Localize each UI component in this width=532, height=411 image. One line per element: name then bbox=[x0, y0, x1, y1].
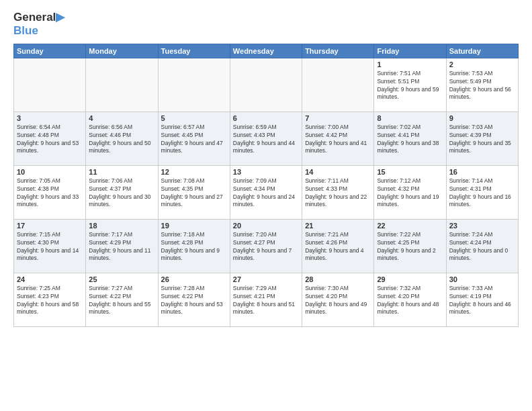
calendar-header-friday: Friday bbox=[374, 44, 446, 58]
calendar-cell: 11Sunrise: 7:06 AM Sunset: 4:37 PM Dayli… bbox=[86, 165, 158, 219]
day-info: Sunrise: 7:06 AM Sunset: 4:37 PM Dayligh… bbox=[89, 177, 154, 210]
calendar-cell bbox=[302, 58, 374, 111]
day-info: Sunrise: 7:30 AM Sunset: 4:20 PM Dayligh… bbox=[305, 285, 371, 317]
calendar-body: 1Sunrise: 7:51 AM Sunset: 5:51 PM Daylig… bbox=[14, 58, 519, 326]
day-number: 27 bbox=[233, 275, 299, 283]
day-number: 25 bbox=[89, 275, 154, 283]
header: General▶ Blue bbox=[13, 11, 519, 38]
calendar-cell: 7Sunrise: 7:00 AM Sunset: 4:42 PM Daylig… bbox=[302, 111, 374, 165]
calendar-cell: 17Sunrise: 7:15 AM Sunset: 4:30 PM Dayli… bbox=[14, 219, 86, 273]
calendar-cell: 25Sunrise: 7:27 AM Sunset: 4:22 PM Dayli… bbox=[86, 273, 158, 326]
day-number: 24 bbox=[17, 275, 83, 283]
calendar-cell: 29Sunrise: 7:32 AM Sunset: 4:20 PM Dayli… bbox=[374, 273, 446, 326]
calendar-cell: 4Sunrise: 6:56 AM Sunset: 4:46 PM Daylig… bbox=[86, 111, 158, 165]
calendar-cell: 24Sunrise: 7:25 AM Sunset: 4:23 PM Dayli… bbox=[14, 273, 86, 326]
day-info: Sunrise: 7:00 AM Sunset: 4:42 PM Dayligh… bbox=[305, 124, 371, 156]
day-number: 13 bbox=[233, 168, 299, 176]
day-info: Sunrise: 7:11 AM Sunset: 4:33 PM Dayligh… bbox=[305, 177, 371, 210]
day-info: Sunrise: 7:08 AM Sunset: 4:35 PM Dayligh… bbox=[161, 177, 227, 210]
day-number: 8 bbox=[377, 114, 443, 122]
calendar-week-2: 3Sunrise: 6:54 AM Sunset: 4:48 PM Daylig… bbox=[14, 111, 519, 165]
day-number: 30 bbox=[449, 275, 515, 283]
day-info: Sunrise: 7:21 AM Sunset: 4:26 PM Dayligh… bbox=[305, 231, 371, 263]
calendar-cell: 10Sunrise: 7:05 AM Sunset: 4:38 PM Dayli… bbox=[14, 165, 86, 219]
calendar-week-5: 24Sunrise: 7:25 AM Sunset: 4:23 PM Dayli… bbox=[14, 273, 519, 326]
calendar-cell: 9Sunrise: 7:03 AM Sunset: 4:39 PM Daylig… bbox=[446, 111, 518, 165]
day-number: 2 bbox=[449, 60, 515, 68]
day-info: Sunrise: 7:51 AM Sunset: 5:51 PM Dayligh… bbox=[377, 70, 443, 102]
day-info: Sunrise: 7:15 AM Sunset: 4:30 PM Dayligh… bbox=[17, 231, 83, 263]
day-number: 26 bbox=[161, 275, 227, 283]
calendar-cell: 12Sunrise: 7:08 AM Sunset: 4:35 PM Dayli… bbox=[158, 165, 230, 219]
calendar-header-thursday: Thursday bbox=[302, 44, 374, 58]
day-number: 14 bbox=[305, 168, 371, 176]
day-number: 3 bbox=[17, 114, 83, 122]
calendar-cell bbox=[86, 58, 158, 111]
day-info: Sunrise: 7:33 AM Sunset: 4:19 PM Dayligh… bbox=[449, 285, 515, 317]
day-info: Sunrise: 7:32 AM Sunset: 4:20 PM Dayligh… bbox=[377, 285, 443, 317]
day-info: Sunrise: 6:56 AM Sunset: 4:46 PM Dayligh… bbox=[89, 124, 154, 156]
day-info: Sunrise: 7:18 AM Sunset: 4:28 PM Dayligh… bbox=[161, 231, 227, 263]
day-info: Sunrise: 6:59 AM Sunset: 4:43 PM Dayligh… bbox=[233, 124, 299, 156]
calendar-cell bbox=[158, 58, 230, 111]
calendar-cell bbox=[230, 58, 302, 111]
calendar-cell: 26Sunrise: 7:28 AM Sunset: 4:22 PM Dayli… bbox=[158, 273, 230, 326]
calendar: SundayMondayTuesdayWednesdayThursdayFrid… bbox=[13, 44, 519, 327]
day-number: 11 bbox=[89, 168, 154, 176]
calendar-header-sunday: Sunday bbox=[14, 44, 86, 58]
day-number: 28 bbox=[305, 275, 371, 283]
day-info: Sunrise: 7:05 AM Sunset: 4:38 PM Dayligh… bbox=[17, 177, 83, 210]
day-info: Sunrise: 7:14 AM Sunset: 4:31 PM Dayligh… bbox=[449, 177, 515, 210]
calendar-cell: 5Sunrise: 6:57 AM Sunset: 4:45 PM Daylig… bbox=[158, 111, 230, 165]
calendar-cell: 21Sunrise: 7:21 AM Sunset: 4:26 PM Dayli… bbox=[302, 219, 374, 273]
day-number: 1 bbox=[377, 60, 443, 68]
day-number: 19 bbox=[161, 222, 227, 230]
day-number: 6 bbox=[233, 114, 299, 122]
calendar-cell: 22Sunrise: 7:22 AM Sunset: 4:25 PM Dayli… bbox=[374, 219, 446, 273]
calendar-cell: 8Sunrise: 7:02 AM Sunset: 4:41 PM Daylig… bbox=[374, 111, 446, 165]
calendar-cell: 18Sunrise: 7:17 AM Sunset: 4:29 PM Dayli… bbox=[86, 219, 158, 273]
calendar-cell: 14Sunrise: 7:11 AM Sunset: 4:33 PM Dayli… bbox=[302, 165, 374, 219]
calendar-cell: 16Sunrise: 7:14 AM Sunset: 4:31 PM Dayli… bbox=[446, 165, 518, 219]
day-number: 15 bbox=[377, 168, 443, 176]
calendar-cell: 15Sunrise: 7:12 AM Sunset: 4:32 PM Dayli… bbox=[374, 165, 446, 219]
day-number: 29 bbox=[377, 275, 443, 283]
day-number: 23 bbox=[449, 222, 515, 230]
day-number: 17 bbox=[17, 222, 83, 230]
day-info: Sunrise: 6:57 AM Sunset: 4:45 PM Dayligh… bbox=[161, 124, 227, 156]
day-info: Sunrise: 7:28 AM Sunset: 4:22 PM Dayligh… bbox=[161, 285, 227, 317]
calendar-cell bbox=[14, 58, 86, 111]
day-number: 7 bbox=[305, 114, 371, 122]
day-number: 22 bbox=[377, 222, 443, 230]
logo: General▶ Blue bbox=[13, 11, 64, 38]
day-info: Sunrise: 7:03 AM Sunset: 4:39 PM Dayligh… bbox=[449, 124, 515, 156]
calendar-cell: 6Sunrise: 6:59 AM Sunset: 4:43 PM Daylig… bbox=[230, 111, 302, 165]
day-number: 10 bbox=[17, 168, 83, 176]
calendar-week-1: 1Sunrise: 7:51 AM Sunset: 5:51 PM Daylig… bbox=[14, 58, 519, 111]
calendar-header-row: SundayMondayTuesdayWednesdayThursdayFrid… bbox=[14, 44, 519, 58]
calendar-week-4: 17Sunrise: 7:15 AM Sunset: 4:30 PM Dayli… bbox=[14, 219, 519, 273]
day-number: 12 bbox=[161, 168, 227, 176]
day-info: Sunrise: 7:09 AM Sunset: 4:34 PM Dayligh… bbox=[233, 177, 299, 210]
page: General▶ Blue SundayMondayTuesdayWednesd… bbox=[0, 0, 532, 411]
calendar-cell: 23Sunrise: 7:24 AM Sunset: 4:24 PM Dayli… bbox=[446, 219, 518, 273]
day-info: Sunrise: 7:12 AM Sunset: 4:32 PM Dayligh… bbox=[377, 177, 443, 210]
day-info: Sunrise: 7:02 AM Sunset: 4:41 PM Dayligh… bbox=[377, 124, 443, 156]
calendar-cell: 2Sunrise: 7:53 AM Sunset: 5:49 PM Daylig… bbox=[446, 58, 518, 111]
calendar-cell: 19Sunrise: 7:18 AM Sunset: 4:28 PM Dayli… bbox=[158, 219, 230, 273]
calendar-cell: 27Sunrise: 7:29 AM Sunset: 4:21 PM Dayli… bbox=[230, 273, 302, 326]
day-number: 4 bbox=[89, 114, 154, 122]
day-number: 21 bbox=[305, 222, 371, 230]
day-info: Sunrise: 7:17 AM Sunset: 4:29 PM Dayligh… bbox=[89, 231, 154, 263]
day-info: Sunrise: 6:54 AM Sunset: 4:48 PM Dayligh… bbox=[17, 124, 83, 156]
calendar-cell: 1Sunrise: 7:51 AM Sunset: 5:51 PM Daylig… bbox=[374, 58, 446, 111]
day-number: 16 bbox=[449, 168, 515, 176]
calendar-cell: 3Sunrise: 6:54 AM Sunset: 4:48 PM Daylig… bbox=[14, 111, 86, 165]
calendar-header-monday: Monday bbox=[86, 44, 158, 58]
day-info: Sunrise: 7:25 AM Sunset: 4:23 PM Dayligh… bbox=[17, 285, 83, 317]
logo-text: General▶ bbox=[13, 11, 64, 24]
day-number: 20 bbox=[233, 222, 299, 230]
logo-blue: Blue bbox=[13, 24, 64, 38]
calendar-header-tuesday: Tuesday bbox=[158, 44, 230, 58]
calendar-header-wednesday: Wednesday bbox=[230, 44, 302, 58]
